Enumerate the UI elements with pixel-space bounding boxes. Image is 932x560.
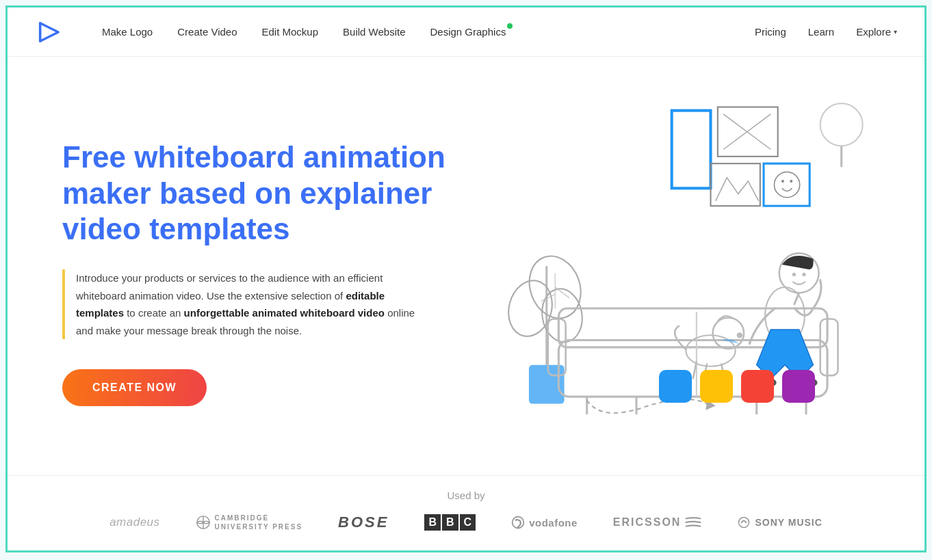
svg-point-10: [790, 180, 792, 183]
swatch-yellow[interactable]: [700, 370, 733, 403]
brand-cambridge: Cambridge University Press: [196, 514, 303, 531]
svg-point-32: [792, 273, 796, 276]
swatch-red[interactable]: [741, 370, 774, 403]
nav-create-video[interactable]: Create Video: [177, 26, 237, 38]
cta-button[interactable]: CREATE NOW: [62, 369, 207, 406]
svg-point-47: [739, 518, 749, 528]
svg-point-33: [802, 273, 805, 276]
svg-point-16: [502, 276, 558, 341]
used-by-section: Used by amadeus Cambridge University Pre…: [8, 475, 924, 550]
brand-sony-music: SONY MUSIC: [737, 516, 822, 529]
hero-title: Free whiteboard animation maker based on…: [62, 139, 445, 248]
new-indicator: [507, 23, 513, 29]
nav-learn[interactable]: Learn: [808, 26, 834, 38]
nav-make-logo[interactable]: Make Logo: [102, 26, 153, 38]
swatch-purple[interactable]: [782, 370, 815, 403]
svg-point-9: [781, 180, 784, 183]
swatch-blue[interactable]: [659, 370, 692, 403]
brand-vodafone: vodafone: [511, 516, 578, 529]
chevron-down-icon: ▾: [894, 28, 897, 36]
svg-point-8: [775, 172, 800, 198]
svg-point-11: [820, 103, 863, 146]
nav-edit-mockup[interactable]: Edit Mockup: [262, 26, 319, 38]
nav-explore[interactable]: Explore ▾: [856, 26, 897, 38]
nav-design-graphics[interactable]: Design Graphics: [430, 26, 506, 38]
hero-description: Introduce your products or services to t…: [62, 269, 418, 339]
color-swatches: [659, 370, 815, 403]
svg-marker-0: [40, 23, 59, 41]
nav-build-website[interactable]: Build Website: [343, 26, 405, 38]
brand-bose: BOSE: [338, 514, 389, 531]
brand-ericsson: ERICSSON: [613, 516, 702, 529]
svg-point-42: [737, 332, 742, 338]
hero-illustration: [445, 88, 870, 444]
logo[interactable]: [35, 19, 61, 45]
brand-bbc: B B C: [424, 514, 476, 531]
svg-rect-2: [672, 111, 711, 189]
svg-point-17: [538, 286, 586, 345]
nav-pricing[interactable]: Pricing: [755, 26, 786, 38]
used-by-label: Used by: [49, 490, 883, 501]
svg-rect-6: [711, 163, 760, 206]
brand-amadeus: amadeus: [109, 516, 159, 529]
svg-rect-7: [764, 163, 810, 206]
svg-line-34: [794, 293, 799, 305]
